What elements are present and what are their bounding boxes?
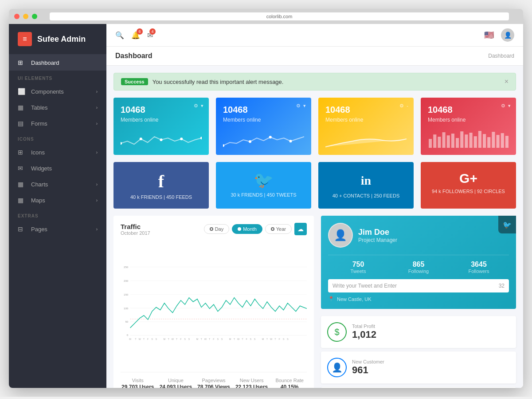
minimize-dot[interactable] [23,14,28,19]
radio-day [210,227,213,231]
svg-point-2 [160,138,162,141]
svg-text:S: S [283,338,285,340]
language-flag[interactable]: 🇺🇸 [484,30,494,40]
stat-card-actions: ⚙ - [399,103,408,109]
tables-icon: ▦ [18,104,27,111]
svg-text:S: S [287,338,289,340]
stat-label: New Users [235,378,269,383]
filter-year-button[interactable]: Year [265,224,292,234]
search-button[interactable]: 🔍 [115,31,124,40]
tweets-count: 750 [328,261,388,269]
google-icon: G+ [428,171,509,186]
expand-icon[interactable]: ▾ [303,103,306,109]
svg-rect-14 [451,134,454,148]
sidebar-item-label: Maps [31,197,45,204]
download-button[interactable]: ☁ [294,223,307,235]
svg-text:W: W [139,338,141,340]
svg-text:W: W [237,338,240,340]
filter-month-button[interactable]: Month [232,224,262,234]
social-card-facebook[interactable]: f 40 k FRIENDS | 450 FEEDS [113,162,209,209]
brand-name: Sufee Admin [37,35,86,44]
social-card-linkedin[interactable]: in 40 + CONTACTS | 250 FEEDS [318,162,414,209]
svg-text:W: W [172,338,174,340]
section-ui-elements: UI ELEMENTS [9,71,106,83]
stat-card-yellow: ⚙ - 10468 Members online [318,98,414,155]
messages-button[interactable]: ✉ 4 [147,31,153,40]
notifications-button[interactable]: 🔔 6 [131,31,140,40]
settings-icon[interactable]: ⚙ [296,103,301,109]
sidebar-item-forms[interactable]: ▤ Forms › [9,115,106,131]
svg-point-1 [140,138,142,140]
chart-stat-unique: Unique 24.093 Users (20%) [159,378,193,388]
chart-stat-bounce: Bounce Rate 40.15% [272,378,307,388]
svg-rect-16 [460,131,463,148]
expand-icon[interactable]: ▾ [201,103,203,109]
alert-close-button[interactable]: × [505,78,509,86]
svg-rect-25 [501,133,504,148]
svg-text:150: 150 [124,293,129,296]
stat-chart [223,130,304,148]
tweets-stat: 750 Tweets [328,261,388,274]
user-avatar[interactable]: 👤 [501,28,514,42]
page-title: Dashboard [115,52,153,60]
sidebar-item-pages[interactable]: ⊟ Pages › [9,221,106,237]
stat-chart [121,130,202,148]
metric-card-profit: $ Total Profit 1,012 [321,316,516,348]
twitter-corner-icon: 🐦 [498,216,516,233]
sidebar-item-maps[interactable]: ▦ Maps › [9,192,106,208]
browser-window: colorlib.com ≡ Sufee Admin ⊞ Dashboard U… [9,9,523,388]
stat-label: Pageviews [196,378,231,383]
settings-icon[interactable]: ⚙ [501,103,505,109]
tweet-footer: 📍 New Castle, UK [328,296,509,302]
profile-avatar: 👤 [328,223,353,248]
location-pin-icon: 📍 [328,296,334,302]
stat-card-actions: ⚙ ▾ [194,103,203,109]
url-bar[interactable]: colorlib.com [50,12,509,20]
svg-text:T: T [168,338,169,340]
svg-point-0 [121,142,122,145]
sidebar-item-icons[interactable]: ⊞ Icons › [9,144,106,160]
svg-text:T: T [201,338,203,340]
section-icons: ICONS [9,131,106,144]
svg-rect-22 [487,137,490,148]
radio-month [238,227,241,231]
chevron-right-icon: › [96,198,98,203]
stat-label: Members online [121,117,202,123]
chart-controls: Day Month Year ☁ [204,223,307,235]
tweet-input-box[interactable]: Write your Tweet and Enter 32 [328,279,509,292]
chevron-right-icon: › [96,150,98,155]
svg-text:S: S [250,338,252,340]
profile-role: Project Manager [358,237,397,243]
maps-icon: ▦ [18,197,27,204]
close-dot[interactable] [14,14,20,19]
messages-badge: 4 [149,28,156,35]
sidebar-item-label: Tables [31,104,48,111]
settings-icon[interactable]: ⚙ [399,103,404,109]
expand-icon[interactable]: ▾ [508,103,511,109]
page-header: Dashboard Dashboard [106,47,523,66]
chevron-right-icon: › [96,121,98,126]
settings-icon[interactable]: ⚙ [194,103,198,109]
svg-rect-18 [469,133,473,148]
stat-value: 24.093 Users (20%) [159,384,193,388]
sidebar-item-charts[interactable]: ▦ Charts › [9,176,106,192]
sidebar-item-components[interactable]: ⬜ Components › [9,83,106,99]
maximize-dot[interactable] [32,14,37,19]
sidebar-item-label: Widgets [31,165,52,172]
stat-label: Members online [223,117,304,123]
social-card-twitter[interactable]: 🐦 30 k FRIENDS | 450 TWEETS [216,162,311,209]
filter-day-button[interactable]: Day [204,224,230,234]
metric-card-projects: ⊞ Active Projects 770 [321,387,516,388]
sidebar: ≡ Sufee Admin ⊞ Dashboard UI ELEMENTS ⬜ … [9,24,106,388]
svg-text:M: M [196,338,199,340]
traffic-header: Traffic October 2017 Day Mont [121,223,307,236]
sidebar-item-tables[interactable]: ▦ Tables › [9,99,106,115]
sidebar-item-dashboard[interactable]: ⊞ Dashboard [9,55,106,71]
svg-text:T: T [143,338,145,340]
expand-icon[interactable]: - [407,103,408,109]
svg-rect-26 [505,136,509,148]
social-card-google[interactable]: G+ 94 k FOLLOWERS | 92 CIRCLES [421,162,516,209]
svg-point-4 [200,137,202,139]
sidebar-item-widgets[interactable]: ✉ Widgets [9,160,106,176]
svg-text:F: F [180,338,182,340]
